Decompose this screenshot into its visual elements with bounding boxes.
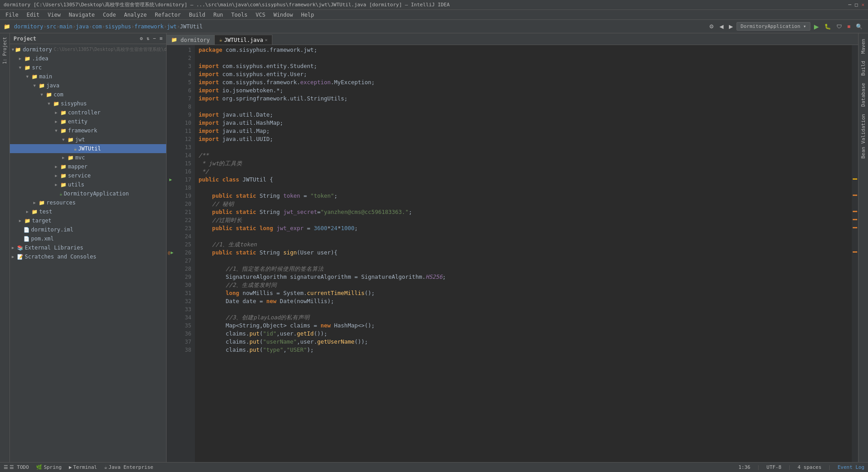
tree-item-pom[interactable]: 📄 pom.xml <box>10 234 166 243</box>
tree-item-test[interactable]: ▶ 📁 test <box>10 207 166 216</box>
project-sort-icon[interactable]: ⇅ <box>146 36 149 41</box>
expand-arrow-com[interactable]: ▼ <box>41 92 45 97</box>
tree-item-mvc[interactable]: ▶ 📁 mvc <box>10 153 166 162</box>
breadcrumb-framework[interactable]: framework <box>134 23 163 30</box>
java-enterprise-tab[interactable]: ☕ Java Enterprise <box>104 464 153 470</box>
tree-item-sisyphus[interactable]: ▼ 📁 sisyphus <box>10 99 166 108</box>
expand-arrow-jwt[interactable]: ▼ <box>62 137 67 142</box>
tree-item-jwtutil[interactable]: ☕ JWTUtil <box>10 144 166 153</box>
run-config-selector[interactable]: DormitoryApplication ▾ <box>737 22 810 31</box>
tab-dormitory[interactable]: 📁 dormitory <box>167 35 215 45</box>
expand-arrow-test[interactable]: ▶ <box>26 209 31 214</box>
expand-arrow-src[interactable]: ▼ <box>19 65 23 70</box>
tree-item-dormapp[interactable]: ☕ DormitoryApplication <box>10 189 166 198</box>
run-button[interactable]: ▶ <box>812 22 821 31</box>
tree-item-scratches[interactable]: ▶ 📝 Scratches and Consoles <box>10 252 166 261</box>
breadcrumb-jwt[interactable]: jwt <box>167 23 177 30</box>
settings-btn[interactable]: ⚙ <box>707 23 716 31</box>
expand-arrow-sisyphus[interactable]: ▼ <box>48 101 52 106</box>
database-tab[interactable]: Database <box>859 79 867 110</box>
expand-arrow-utils[interactable]: ▶ <box>55 182 59 187</box>
project-gear-icon[interactable]: ≡ <box>159 36 163 41</box>
tree-item-ext-libs[interactable]: ▶ 📚 External Libraries <box>10 243 166 252</box>
menu-file[interactable]: File <box>2 11 22 19</box>
tab-jwtutil-close[interactable]: ✕ <box>265 37 267 42</box>
expand-arrow-scratches[interactable]: ▶ <box>12 254 16 259</box>
maven-tab[interactable]: Maven <box>859 35 867 57</box>
terminal-tab[interactable]: ▶ Terminal <box>69 464 97 470</box>
expand-arrow-idea[interactable]: ▶ <box>19 56 23 61</box>
expand-arrow-controller[interactable]: ▶ <box>55 110 59 115</box>
menu-build[interactable]: Build <box>185 11 209 19</box>
breadcrumb-jwtutil[interactable]: JWTUtil <box>180 23 203 30</box>
tree-item-idea[interactable]: ▶ 📁 .idea <box>10 54 166 63</box>
expand-arrow-mapper[interactable]: ▶ <box>55 164 59 169</box>
tab-jwtutil[interactable]: ☕ JWTUtil.java ✕ <box>215 35 272 45</box>
search-everywhere-btn[interactable]: 🔍 <box>854 23 864 31</box>
tree-item-target[interactable]: ▶ 📁 target <box>10 216 166 225</box>
project-icon: 📁 <box>4 23 10 30</box>
expand-arrow-dormitory[interactable]: ▼ <box>12 47 14 52</box>
tree-item-dormitory[interactable]: ▼ 📁 dormitory C:\Users\13057\Desktop\高校学… <box>10 45 166 54</box>
build-tab[interactable]: Build <box>859 57 867 79</box>
tree-item-utils[interactable]: ▶ 📁 utils <box>10 180 166 189</box>
code-content[interactable]: package com.sisyphus.framework.jwt; impo… <box>195 45 852 462</box>
tree-item-jwt[interactable]: ▼ 📁 jwt <box>10 135 166 144</box>
todo-tab[interactable]: ☰ ☰ TODO <box>4 464 29 470</box>
project-tab-icon[interactable]: 1: Project <box>2 35 7 66</box>
tree-item-main[interactable]: ▼ 📁 main <box>10 72 166 81</box>
menu-run[interactable]: Run <box>210 11 227 19</box>
menu-code[interactable]: Code <box>99 11 120 19</box>
menu-analyze[interactable]: Analyze <box>120 11 150 19</box>
tree-item-framework[interactable]: ▼ 📁 framework <box>10 126 166 135</box>
breadcrumb-sisyphus[interactable]: sisyphus <box>105 23 131 30</box>
run-gutter-26[interactable]: @ ▶ <box>167 249 175 257</box>
maximize-btn[interactable]: □ <box>855 2 858 8</box>
breadcrumb-src[interactable]: src <box>46 23 56 30</box>
tree-item-resources[interactable]: ▶ 📁 resources <box>10 198 166 207</box>
expand-arrow-service[interactable]: ▶ <box>55 173 59 178</box>
tree-item-java[interactable]: ▼ 📁 java <box>10 81 166 90</box>
breadcrumb-dormitory[interactable]: dormitory <box>14 23 43 30</box>
breadcrumb-com[interactable]: com <box>92 23 102 30</box>
minimize-btn[interactable]: ─ <box>848 2 851 8</box>
forward-btn[interactable]: ▶ <box>727 23 735 31</box>
menu-help[interactable]: Help <box>298 11 318 19</box>
breadcrumb-main[interactable]: main <box>59 23 72 30</box>
coverage-btn[interactable]: 🛡 <box>835 23 844 31</box>
expand-arrow-resources[interactable]: ▶ <box>33 200 38 205</box>
menu-tools[interactable]: Tools <box>228 11 251 19</box>
menu-vcs[interactable]: VCS <box>252 11 269 19</box>
project-collapse-icon[interactable]: − <box>153 36 156 41</box>
tree-item-src[interactable]: ▼ 📁 src <box>10 63 166 72</box>
expand-arrow-main[interactable]: ▼ <box>26 74 31 79</box>
expand-arrow-mvc[interactable]: ▶ <box>62 155 67 160</box>
back-btn[interactable]: ◀ <box>718 23 725 31</box>
tree-item-dormitory-iml[interactable]: 📄 dormitory.iml <box>10 225 166 234</box>
event-log-link[interactable]: Event Log <box>837 464 864 470</box>
gutter-warn-26 <box>853 251 857 253</box>
stop-btn[interactable]: ■ <box>845 23 852 31</box>
expand-arrow-entity[interactable]: ▶ <box>55 119 59 124</box>
menu-navigate[interactable]: Navigate <box>65 11 99 19</box>
breadcrumb-java[interactable]: java <box>76 23 89 30</box>
tree-item-controller[interactable]: ▶ 📁 controller <box>10 108 166 117</box>
menu-edit[interactable]: Edit <box>23 11 43 19</box>
close-btn[interactable]: ✕ <box>861 2 864 8</box>
tree-item-com[interactable]: ▼ 📁 com <box>10 90 166 99</box>
project-settings-icon[interactable]: ⚙ <box>140 36 143 41</box>
expand-arrow-java[interactable]: ▼ <box>33 83 38 88</box>
run-gutter-17[interactable]: ▶ <box>167 176 175 184</box>
expand-arrow-ext-libs[interactable]: ▶ <box>12 245 16 250</box>
expand-arrow-target[interactable]: ▶ <box>19 218 23 223</box>
tree-item-entity[interactable]: ▶ 📁 entity <box>10 117 166 126</box>
spring-tab[interactable]: 🌿 Spring <box>36 464 62 470</box>
tree-item-service[interactable]: ▶ 📁 service <box>10 171 166 180</box>
menu-view[interactable]: View <box>44 11 64 19</box>
expand-arrow-framework[interactable]: ▼ <box>55 128 59 133</box>
menu-window[interactable]: Window <box>270 11 296 19</box>
debug-btn[interactable]: 🐛 <box>823 23 833 31</box>
menu-refactor[interactable]: Refactor <box>151 11 185 19</box>
bean-validation-tab[interactable]: Bean Validation <box>859 110 867 162</box>
tree-item-mapper[interactable]: ▶ 📁 mapper <box>10 162 166 171</box>
